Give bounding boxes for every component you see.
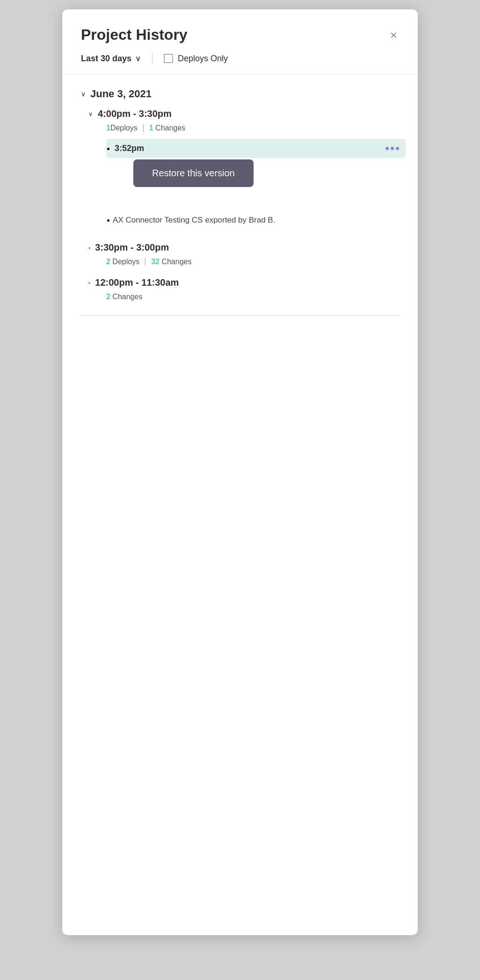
deploys-count-1: 1 xyxy=(106,124,110,132)
entry-list-1: 3:52pm Restore this version xyxy=(106,139,399,231)
time-group-2-header[interactable]: › 3:30pm - 3:00pm xyxy=(88,242,399,253)
close-button[interactable]: × xyxy=(388,27,399,43)
time-group-3: › 12:00pm - 11:30am 2 Changes xyxy=(88,277,399,301)
date-range-label: Last 30 days xyxy=(81,54,131,64)
body-separator xyxy=(81,315,399,316)
time-group-3-chevron-icon: › xyxy=(88,279,90,286)
dot-1 xyxy=(385,147,389,150)
entry-row-1[interactable]: 3:52pm xyxy=(106,139,406,158)
deploys-only-label: Deploys Only xyxy=(178,54,228,64)
stat-divider-2 xyxy=(145,258,145,266)
time-group-1-title: 4:00pm - 3:30pm xyxy=(98,108,172,119)
filter-row: Last 30 days ∨ Deploys Only xyxy=(81,52,399,65)
stat-divider-1 xyxy=(143,124,144,132)
restore-tooltip[interactable]: Restore this version xyxy=(133,159,254,187)
dot-3 xyxy=(396,147,399,150)
time-group-2-title: 3:30pm - 3:00pm xyxy=(95,242,169,253)
restore-tooltip-label: Restore this version xyxy=(152,168,235,178)
changes-count-1: 1 xyxy=(149,124,153,132)
project-history-modal: Project History × Last 30 days ∨ Deploys… xyxy=(62,9,418,935)
changes-label-3: Changes xyxy=(110,293,143,301)
entry-item-2: AX Connector Testing CS exported by Brad… xyxy=(115,186,399,231)
time-group-1-header[interactable]: ∨ 4:00pm - 3:30pm xyxy=(88,108,399,119)
modal-header: Project History × Last 30 days ∨ Deploys… xyxy=(62,9,418,75)
time-group-1-chevron-icon: ∨ xyxy=(88,110,93,117)
deploys-label-1: Deploys xyxy=(110,124,138,132)
deploys-label-2: Deploys xyxy=(110,258,139,266)
date-range-filter[interactable]: Last 30 days ∨ xyxy=(81,54,141,64)
time-group-3-stats: 2 Changes xyxy=(106,293,399,301)
entry-description-2: AX Connector Testing CS exported by Brad… xyxy=(113,214,275,226)
deploys-only-filter[interactable]: Deploys Only xyxy=(164,54,228,64)
deploys-only-checkbox[interactable] xyxy=(164,54,173,63)
chevron-down-icon: ∨ xyxy=(135,54,141,63)
dot-2 xyxy=(391,147,394,150)
entry-time-1: 3:52pm xyxy=(115,144,144,153)
changes-label-1: Changes xyxy=(153,124,186,132)
title-row: Project History × xyxy=(81,26,399,43)
time-group-1-stats: 1 Deploys 1 Changes xyxy=(106,124,399,132)
date-group-title: June 3, 2021 xyxy=(90,88,152,100)
entry-dots-1[interactable] xyxy=(385,147,399,150)
date-group: ∨ June 3, 2021 ∨ 4:00pm - 3:30pm 1 Deplo… xyxy=(81,88,399,301)
entry-row-2: AX Connector Testing CS exported by Brad… xyxy=(115,186,399,231)
date-group-header[interactable]: ∨ June 3, 2021 xyxy=(81,88,399,100)
deploys-count-2: 2 xyxy=(106,258,110,266)
filter-divider xyxy=(152,52,153,65)
modal-title: Project History xyxy=(81,26,188,43)
changes-count-2: 32 xyxy=(151,258,160,266)
time-group-2-stats: 2 Deploys 32 Changes xyxy=(106,258,399,266)
time-group-2-chevron-icon: › xyxy=(88,244,90,251)
entry-item-1: 3:52pm Restore this version xyxy=(115,139,399,158)
modal-body: ∨ June 3, 2021 ∨ 4:00pm - 3:30pm 1 Deplo… xyxy=(62,75,418,334)
date-group-chevron-icon: ∨ xyxy=(81,90,86,98)
time-group-3-title: 12:00pm - 11:30am xyxy=(95,277,179,288)
changes-label-2: Changes xyxy=(160,258,192,266)
time-group-1: ∨ 4:00pm - 3:30pm 1 Deploys 1 Changes 3:… xyxy=(88,108,399,231)
time-group-2: › 3:30pm - 3:00pm 2 Deploys 32 Changes xyxy=(88,242,399,266)
time-group-3-header[interactable]: › 12:00pm - 11:30am xyxy=(88,277,399,288)
changes-count-3: 2 xyxy=(106,293,110,301)
